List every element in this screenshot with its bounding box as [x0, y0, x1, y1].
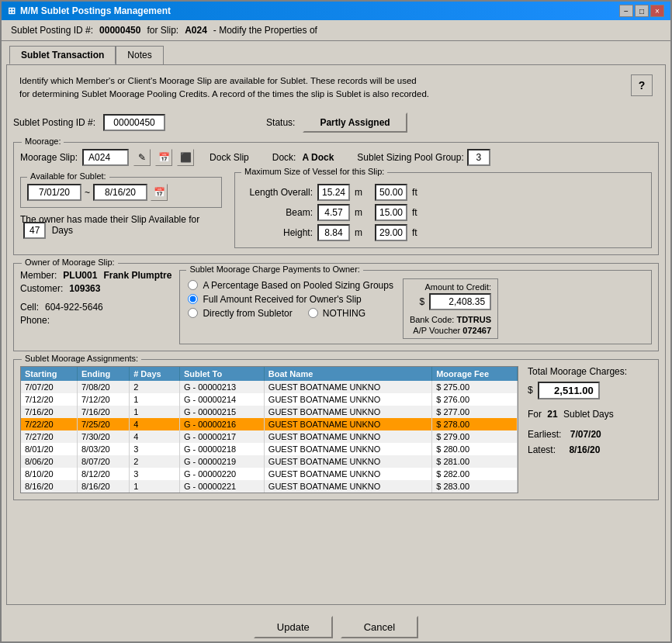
days-value: 47: [23, 222, 46, 239]
date-from[interactable]: 7/01/20: [27, 184, 81, 201]
table-cell: $ 279.00: [432, 430, 518, 443]
table-cell: 4: [130, 430, 180, 443]
table-cell: GUEST BOATNAME UNKNO: [264, 418, 431, 430]
table-cell: 7/25/20: [77, 418, 129, 430]
table-row[interactable]: 7/07/207/08/202G - 00000213GUEST BOATNAM…: [21, 381, 518, 393]
max-size-title: Maximum Size of Vessel for this Slip:: [241, 167, 387, 176]
payment-option4-label: NOTHING: [323, 308, 365, 319]
maximize-button[interactable]: □: [635, 5, 649, 17]
pool-group-area: Sublet Sizing Pool Group: 3: [357, 149, 490, 166]
available-group-title: Available for Sublet:: [27, 171, 109, 181]
table-cell: G - 00000213: [179, 381, 264, 393]
height-m-unit: m: [355, 227, 370, 238]
title-bar-controls: − □ ×: [619, 5, 664, 17]
moorage-slip-area: Moorage Slip: A024 ✎ 📅 ⬛: [20, 149, 194, 166]
table-cell: 7/16/20: [21, 406, 77, 418]
cell-label: Cell:: [20, 302, 39, 313]
status-button[interactable]: Partly Assigned: [303, 112, 407, 133]
help-icon[interactable]: ?: [631, 74, 653, 96]
table-cell: $ 276.00: [432, 393, 518, 406]
table-cell: 2: [130, 455, 180, 468]
max-size-area: Maximum Size of Vessel for this Slip: Le…: [234, 172, 652, 248]
dock-name-area: Dock: A Dock: [272, 152, 334, 163]
pool-group-value: 3: [467, 149, 490, 166]
table-cell: 1: [130, 393, 180, 406]
beam-row: Beam: 4.57 m 15.00 ft: [243, 202, 643, 223]
earliest-label: Earliest:: [528, 429, 561, 440]
payment-option2-radio[interactable]: [188, 294, 198, 304]
assignments-section: Sublet Moorage Assignments: Starting End…: [13, 359, 659, 500]
table-cell: 8/03/20: [77, 443, 129, 455]
payment-option1-row: A Percentage Based on Pooled Sizing Grou…: [188, 278, 393, 292]
table-cell: 7/08/20: [77, 381, 129, 393]
height-row: Height: 8.84 m 29.00 ft: [243, 223, 643, 243]
info-text-line1: Identify which Member's or Client's Moor…: [19, 74, 653, 88]
tab-sublet-transaction[interactable]: Sublet Transaction: [9, 46, 116, 64]
minimize-button[interactable]: −: [619, 5, 633, 17]
table-cell: 2: [130, 381, 180, 393]
table-row[interactable]: 8/10/208/12/203G - 00000220GUEST BOATNAM…: [21, 468, 518, 480]
col-sublet-to: Sublet To: [179, 367, 264, 381]
sublet-days-row: For 21 Sublet Days: [528, 409, 652, 420]
tab-notes[interactable]: Notes: [116, 46, 163, 64]
sublet-days: 21: [547, 409, 557, 420]
height-m-value: 8.84: [317, 224, 350, 241]
table-row[interactable]: 8/01/208/03/203G - 00000218GUEST BOATNAM…: [21, 443, 518, 455]
date-to[interactable]: 8/16/20: [93, 184, 147, 201]
phone-label: Phone:: [20, 315, 50, 326]
latest-value: 8/16/20: [569, 444, 600, 455]
table-cell: 7/27/20: [21, 430, 77, 443]
subtitle-bar: Sublet Posting ID #: 00000450 for Slip: …: [2, 20, 670, 41]
table-row[interactable]: 8/16/208/16/201G - 00000221GUEST BOATNAM…: [21, 480, 518, 493]
update-button[interactable]: Update: [254, 616, 333, 638]
dock-value: A Dock: [302, 152, 334, 163]
beam-ft-value: 15.00: [375, 204, 407, 221]
payment-option2-label: Full Amount Received for Owner's Slip: [203, 294, 361, 305]
max-size-group: Maximum Size of Vessel for this Slip: Le…: [234, 172, 652, 248]
amount-dollar: $: [419, 296, 424, 307]
col-ending: Ending: [77, 367, 129, 381]
posting-id-row: Sublet Posting ID #: 00000450 Status: Pa…: [13, 109, 659, 136]
status-label: Status:: [266, 117, 295, 128]
slip-calendar-icon[interactable]: 📅: [155, 149, 172, 166]
slip-edit-icon[interactable]: ✎: [133, 149, 151, 166]
info-section: ? Identify which Member's or Client's Mo…: [13, 71, 659, 105]
amount-credit-label: Amount to Credit:: [424, 282, 491, 292]
bank-code-row: Bank Code: TDTRUS: [410, 315, 491, 324]
cell-row: Cell: 604-922-5646: [20, 302, 171, 313]
table-cell: $ 277.00: [432, 406, 518, 418]
table-row[interactable]: 8/06/208/07/202G - 00000219GUEST BOATNAM…: [21, 455, 518, 468]
table-cell: 8/01/20: [21, 443, 77, 455]
table-cell: G - 00000215: [179, 406, 264, 418]
payment-option1-radio[interactable]: [188, 280, 198, 290]
latest-label: Latest:: [528, 444, 556, 455]
table-row[interactable]: 7/12/207/12/201G - 00000214GUEST BOATNAM…: [21, 393, 518, 406]
cancel-button[interactable]: Cancel: [341, 616, 418, 638]
table-cell: 7/12/20: [77, 393, 129, 406]
sublet-posting-id-label: Sublet Posting ID #:: [11, 25, 93, 36]
table-cell: G - 00000219: [179, 455, 264, 468]
bottom-buttons: Update Cancel: [2, 610, 670, 641]
table-cell: 4: [130, 418, 180, 430]
payment-option2-row: Full Amount Received for Owner's Slip: [188, 292, 393, 306]
posting-id-label: Sublet Posting ID #:: [13, 117, 95, 128]
table-cell: $ 282.00: [432, 468, 518, 480]
table-row[interactable]: 7/16/207/16/201G - 00000215GUEST BOATNAM…: [21, 406, 518, 418]
assignments-title: Sublet Moorage Assignments:: [22, 354, 141, 363]
amount-value: 2,408.35: [429, 293, 491, 310]
main-window: ⊞ M/M Sublet Postings Management − □ × S…: [0, 0, 672, 643]
table-cell: 1: [130, 406, 180, 418]
table-cell: 8/16/20: [21, 480, 77, 493]
close-button[interactable]: ×: [650, 5, 664, 17]
calendar-icon[interactable]: 📅: [151, 184, 168, 201]
payment-option4-radio[interactable]: [308, 308, 318, 318]
payment-option3-label: Directly from Subletor: [203, 308, 292, 319]
modify-label: - Modify the Properties of: [213, 25, 317, 36]
length-ft-value: 50.00: [375, 184, 407, 201]
payment-option3-radio[interactable]: [188, 308, 198, 318]
table-row[interactable]: 7/22/207/25/204G - 00000216GUEST BOATNAM…: [21, 418, 518, 430]
table-cell: GUEST BOATNAME UNKNO: [264, 455, 431, 468]
available-group: Available for Sublet: 7/01/20 ~ 8/16/20 …: [20, 177, 222, 208]
slip-info-icon[interactable]: ⬛: [177, 149, 194, 166]
table-row[interactable]: 7/27/207/30/204G - 00000217GUEST BOATNAM…: [21, 430, 518, 443]
